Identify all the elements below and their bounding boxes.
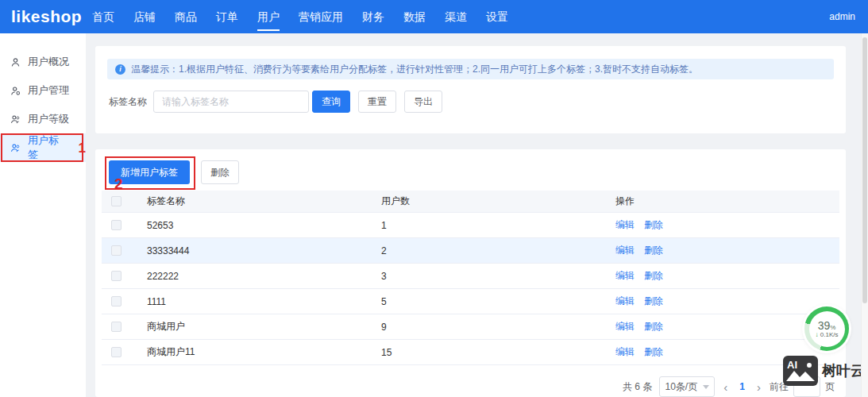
- main-menu: 首页 店铺 商品 订单 用户 营销应用 财务 数据 渠道 设置: [83, 0, 518, 33]
- table-row: 商城用户11 15 编辑删除: [102, 340, 839, 365]
- edit-link[interactable]: 编辑: [615, 346, 635, 357]
- edit-link[interactable]: 编辑: [615, 219, 635, 230]
- user-manage-icon: [10, 86, 21, 96]
- edit-link[interactable]: 编辑: [615, 295, 635, 306]
- delete-link[interactable]: 删除: [644, 245, 663, 256]
- nav-item-channel[interactable]: 渠道: [435, 0, 476, 33]
- table-row: 52653 1 编辑删除: [102, 213, 839, 238]
- edit-link[interactable]: 编辑: [615, 245, 635, 256]
- user-count-cell: 9: [381, 322, 615, 333]
- edit-link[interactable]: 编辑: [615, 321, 635, 332]
- row-checkbox[interactable]: [111, 322, 122, 332]
- user-count-cell: 5: [381, 296, 615, 307]
- info-icon: i: [115, 64, 125, 75]
- delete-link[interactable]: 删除: [644, 219, 663, 230]
- nav-item-shop[interactable]: 店铺: [124, 0, 165, 33]
- notice-banner: i 温馨提示：1.根据用户特征、消费行为等要素给用户分配标签，进行针对性管理；2…: [107, 59, 834, 79]
- top-navbar: likeshop 首页 店铺 商品 订单 用户 营销应用 财务 数据 渠道 设置…: [0, 0, 868, 33]
- download-speed: ↓ 0.1K/s: [816, 332, 839, 338]
- reset-button[interactable]: 重置: [358, 91, 396, 113]
- sidebar-item-label: 用户概况: [28, 55, 69, 69]
- total-count-text: 共 6 条: [623, 380, 652, 394]
- column-header-tag-name: 标签名称: [147, 195, 381, 208]
- account-menu[interactable]: admin: [829, 11, 868, 22]
- user-tag-icon: [10, 143, 21, 153]
- sidebar-item-user-tags[interactable]: 用户标签 1: [0, 133, 86, 162]
- percent-value: 39%: [818, 320, 836, 331]
- prev-page-button[interactable]: ‹: [722, 381, 729, 393]
- delete-link[interactable]: 删除: [644, 321, 663, 332]
- page-size-value: 10条/页: [665, 380, 697, 394]
- delete-link[interactable]: 删除: [644, 295, 663, 306]
- tag-name-cell: 52653: [147, 220, 381, 231]
- filter-card: i 温馨提示：1.根据用户特征、消费行为等要素给用户分配标签，进行针对性管理；2…: [95, 46, 846, 133]
- svg-text:AI: AI: [787, 359, 797, 371]
- nav-item-settings[interactable]: 设置: [476, 0, 518, 33]
- row-checkbox[interactable]: [111, 245, 122, 256]
- nav-item-data[interactable]: 数据: [394, 0, 435, 33]
- table-row: 1111 5 编辑删除: [102, 289, 839, 314]
- watermark: AI 树叶云: [783, 356, 865, 386]
- ai-photo-logo-icon: AI: [783, 356, 818, 386]
- sidebar-item-label: 用户等级: [28, 112, 69, 126]
- notice-text: 温馨提示：1.根据用户特征、消费行为等要素给用户分配标签，进行针对性管理；2.同…: [131, 63, 698, 76]
- user-level-icon: [10, 114, 21, 125]
- annotation-marker-1: 1: [79, 141, 86, 155]
- delete-selected-button[interactable]: 删除: [201, 160, 239, 184]
- nav-item-home[interactable]: 首页: [83, 0, 124, 33]
- user-count-cell: 2: [381, 245, 615, 256]
- sidebar-item-label: 用户管理: [28, 83, 69, 98]
- table-header: 标签名称 用户数 操作: [102, 191, 839, 213]
- tag-name-cell: 33333444: [147, 245, 381, 256]
- network-speed-widget[interactable]: 39% ↓ 0.1K/s: [804, 306, 849, 351]
- delete-link[interactable]: 删除: [644, 346, 663, 357]
- tag-name-cell: 222222: [147, 271, 381, 282]
- nav-item-orders[interactable]: 订单: [206, 0, 248, 33]
- nav-item-marketing[interactable]: 营销应用: [289, 0, 353, 33]
- row-checkbox[interactable]: [111, 220, 122, 230]
- sidebar-item-user-level[interactable]: 用户等级: [0, 105, 86, 133]
- row-checkbox[interactable]: [111, 296, 122, 306]
- sidebar: 用户概况 用户管理 用户等级 用户标签 1: [0, 33, 86, 397]
- scrollbar-track[interactable]: [861, 33, 868, 397]
- network-speed-inner: 39% ↓ 0.1K/s: [809, 311, 845, 347]
- row-checkbox[interactable]: [111, 347, 122, 357]
- down-arrow-icon: ↓: [816, 331, 819, 338]
- app-logo: likeshop: [0, 7, 83, 26]
- tag-name-cell: 商城用户: [147, 320, 381, 333]
- user-count-cell: 15: [381, 347, 615, 358]
- user-count-cell: 1: [381, 220, 615, 231]
- sidebar-item-user-management[interactable]: 用户管理: [0, 76, 86, 105]
- edit-link[interactable]: 编辑: [615, 270, 635, 281]
- table-row: 商城用户 9 编辑删除: [102, 314, 839, 340]
- delete-link[interactable]: 删除: [644, 270, 663, 281]
- table-row: 222222 3 编辑删除: [102, 264, 839, 289]
- nav-item-users[interactable]: 用户: [248, 0, 289, 33]
- table-toolbar: 新增用户标签 2 删除: [109, 160, 239, 184]
- table-card: 新增用户标签 2 删除 标签名称 用户数 操作 52653 1 编辑删除 333: [95, 149, 846, 397]
- add-button-wrapper: 新增用户标签 2: [109, 160, 190, 184]
- watermark-brand-text: 树叶云: [822, 361, 865, 380]
- main-content: i 温馨提示：1.根据用户特征、消费行为等要素给用户分配标签，进行针对性管理；2…: [86, 33, 868, 397]
- column-header-actions: 操作: [615, 195, 839, 208]
- nav-item-finance[interactable]: 财务: [353, 0, 394, 33]
- chevron-down-icon: [703, 385, 709, 389]
- column-header-user-count: 用户数: [381, 195, 615, 208]
- page-size-select[interactable]: 10条/页: [659, 376, 715, 397]
- user-tags-table: 标签名称 用户数 操作 52653 1 编辑删除 33333444 2 编辑删除…: [102, 191, 839, 365]
- sidebar-item-user-overview[interactable]: 用户概况: [0, 48, 86, 76]
- tag-name-input[interactable]: [153, 91, 309, 113]
- sidebar-item-label: 用户标签: [28, 133, 69, 162]
- search-button[interactable]: 查询: [312, 91, 350, 113]
- user-icon: [10, 57, 21, 67]
- next-page-button[interactable]: ›: [755, 381, 762, 393]
- current-page-button[interactable]: 1: [736, 381, 748, 392]
- row-checkbox[interactable]: [111, 271, 122, 281]
- select-all-checkbox[interactable]: [111, 196, 122, 206]
- tag-name-label: 标签名称: [109, 95, 147, 109]
- filter-form: 标签名称 查询 重置 导出: [109, 91, 442, 113]
- add-user-tag-button[interactable]: 新增用户标签: [109, 160, 190, 184]
- nav-item-goods[interactable]: 商品: [165, 0, 206, 33]
- export-button[interactable]: 导出: [404, 91, 442, 113]
- scrollbar-thumb[interactable]: [862, 37, 867, 303]
